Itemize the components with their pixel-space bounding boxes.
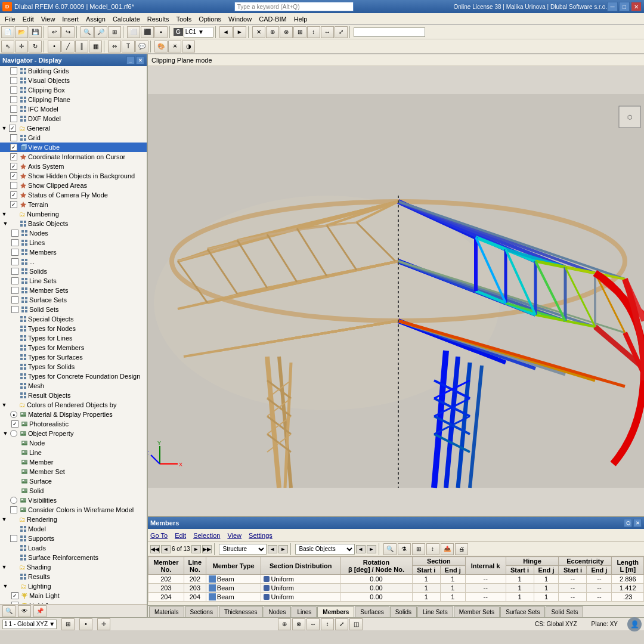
tree-item-result-objects[interactable]: Result Objects [0,391,147,400]
nav-content[interactable]: Building GridsVisual ObjectsClipping Box… [0,66,147,604]
tab-solids[interactable]: Solids [390,606,417,617]
object-type-dropdown[interactable]: Basic Objects [295,544,355,555]
render-button[interactable]: 🎨 [154,41,168,52]
tree-item-member-sets[interactable]: Member Sets [0,286,147,295]
shadow-button[interactable]: ◑ [182,41,195,52]
tab-lines[interactable]: Lines [292,606,317,617]
table-export-icon[interactable]: 📤 [441,543,454,555]
table-sort-icon[interactable]: ↕ [426,543,439,555]
tree-item-surface-reinforcements[interactable]: Surface Reinforcements [0,553,147,562]
status-icon5[interactable]: ⤢ [335,618,348,630]
zoom-out-button[interactable]: 🔎 [94,26,107,38]
tree-item-shading[interactable]: ▼🗂Shading [0,562,147,572]
tree-toggle-numbering[interactable]: ▼ [1,209,8,219]
menu-item-insert[interactable]: Insert [58,15,82,23]
table-row[interactable]: 202202BeamUniform0.0011--11----2.896 [148,575,644,584]
btn-x4[interactable]: ⊞ [293,26,306,38]
tree-item-member-set[interactable]: Member Set [0,467,147,476]
menu-item-cad-bim[interactable]: CAD-BIM [255,15,290,23]
undo-button[interactable]: ↩ [48,26,61,38]
checkbox-member-sets[interactable] [11,286,19,295]
tree-item-main-light[interactable]: Main Light [0,591,147,600]
status-icon1[interactable]: ⊕ [278,618,291,630]
checkbox-supports[interactable] [10,534,18,543]
checkbox-show-clipped[interactable] [10,181,18,190]
tree-item-member-prop[interactable]: Member [0,457,147,467]
tree-item-members[interactable]: Members [0,247,147,257]
tree-item-visibilities[interactable]: Visibilities [0,496,147,505]
nav-view[interactable]: View [227,532,242,539]
lc-dropdown[interactable]: LC1 ▼ [184,27,213,38]
tree-item-material-display[interactable]: Material & Display Properties [0,410,147,419]
tree-item-node[interactable]: Node [0,438,147,448]
tree-item-basic-objects[interactable]: ▼Basic Objects [0,219,147,228]
viewport-canvas[interactable]: ⬡ X Y Z [148,66,644,516]
tree-item-solid-sets[interactable]: Solid Sets [0,305,147,314]
line-button[interactable]: ╱ [61,41,75,52]
table-filter-icon[interactable]: ⚗ [398,543,411,555]
tree-toggle-object-property[interactable]: ▼ [2,429,9,438]
tree-item-grid[interactable]: Grid [0,133,147,143]
filter-dropdown[interactable]: Structure [219,544,267,555]
tree-item-building-grids[interactable]: Building Grids [0,66,147,76]
tree-item-types-nodes[interactable]: Types for Nodes [0,324,147,333]
tree-item-loads[interactable]: Loads [0,543,147,553]
menu-item-window[interactable]: Window [225,15,255,23]
tree-item-photorealistic[interactable]: Photorealistic [0,419,147,429]
maximize-button[interactable]: □ [619,2,630,11]
tree-toggle-lighting[interactable]: ▼ [2,581,9,591]
tree-item-general[interactable]: ▼🗂General [0,123,147,133]
status-btn3[interactable]: ✛ [97,618,110,630]
nav-go-to[interactable]: Go To [150,532,168,539]
obj-next-button[interactable]: ► [367,545,376,553]
workplane-dropdown[interactable]: 1 1 - Global XYZ ▼ [2,620,57,629]
annotation-button[interactable]: 💬 [135,41,148,52]
member-button[interactable]: ║ [75,41,88,52]
tree-item-axis-system[interactable]: Axis System [0,162,147,171]
checkbox-members[interactable] [11,248,19,256]
nav-settings[interactable]: Settings [249,532,273,539]
tab-line-sets[interactable]: Line Sets [417,606,453,617]
menu-item-assign[interactable]: Assign [82,15,109,23]
minimize-button[interactable]: ─ [607,2,618,11]
rotate-button[interactable]: ↻ [29,41,42,52]
checkbox-coord-info[interactable] [10,153,18,161]
table-print-icon[interactable]: 🖨 [455,543,468,555]
tree-item-types-concrete[interactable]: Types for Concrete Foundation Design [0,371,147,381]
status-icon4[interactable]: ↕ [321,618,334,630]
redo-button[interactable]: ↪ [61,26,75,38]
checkbox-object-property[interactable] [10,429,18,438]
nav-close-button[interactable]: ✕ [136,56,144,64]
tree-item-types-solids[interactable]: Types for Solids [0,362,147,371]
tree-item-supports[interactable]: Supports [0,534,147,543]
checkbox-terrain[interactable] [10,200,18,209]
menu-item-results[interactable]: Results [144,15,173,23]
tree-toggle-colors-rendered[interactable]: ▼ [1,400,8,410]
table-search-icon[interactable]: 🔍 [383,543,397,555]
status-btn1[interactable]: ⊞ [61,618,75,630]
nav-edit[interactable]: Edit [175,532,186,539]
menu-item-help[interactable]: Help [290,15,311,23]
save-button[interactable]: 💾 [29,26,42,38]
table-row[interactable]: 203203BeamUniform0.0011--11----1.412 [148,584,644,593]
checkbox-line-sets[interactable] [11,277,19,285]
tree-item-lines[interactable]: Lines [0,238,147,247]
view-side-button[interactable]: ▪ [154,26,168,38]
menu-item-calculate[interactable]: Calculate [109,15,144,23]
tree-item-surface-sets[interactable]: Surface Sets [0,295,147,305]
tree-item-solid-prop[interactable]: Solid [0,486,147,496]
table-container[interactable]: MemberNo. LineNo. Member Type Section Di… [148,556,644,605]
tree-toggle-shading[interactable]: ▼ [1,562,8,572]
checkbox-ifc-model[interactable] [10,105,18,113]
checkbox-material-display[interactable] [10,410,18,419]
status-icon3[interactable]: ↔ [306,618,320,630]
tab-members[interactable]: Members [317,606,354,617]
obj-prev-button[interactable]: ◄ [356,545,366,553]
menu-item-edit[interactable]: Edit [19,15,38,23]
nav-selection[interactable]: Selection [193,532,220,539]
next-lc-button[interactable]: ► [233,26,246,38]
checkbox-photorealistic[interactable] [11,420,19,428]
checkbox-solid-sets[interactable] [11,305,19,314]
checkbox-solids[interactable] [11,267,19,275]
tree-item-consider-colors[interactable]: Consider Colors in Wireframe Model [0,505,147,515]
